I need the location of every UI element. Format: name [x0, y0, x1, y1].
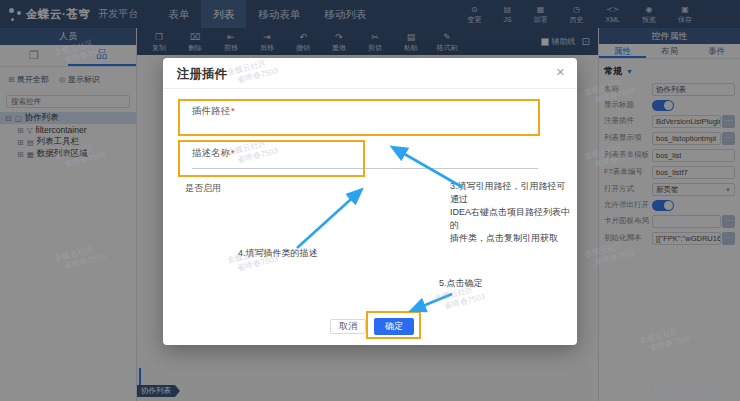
register-plugin-dialog: 注册插件 ✕ 插件路径* 描述名称* 是否启用 3.填写引用路径，引用路径可通过…	[163, 58, 577, 345]
enable-label: 是否启用	[185, 182, 221, 195]
plugin-path-input[interactable]	[192, 134, 538, 135]
required-asterisk: *	[231, 105, 235, 116]
annotation-step3: 3.填写引用路径，引用路径可通过 IDEA右键点击项目路径列表中的 插件类，点击…	[450, 180, 570, 245]
plugin-path-label: 插件路径*	[192, 105, 235, 118]
confirm-button[interactable]: 确定	[374, 318, 414, 335]
description-label: 描述名称*	[192, 147, 235, 160]
close-icon[interactable]: ✕	[556, 66, 565, 79]
required-asterisk: *	[231, 147, 235, 158]
annotation-step4: 4.填写插件类的描述	[238, 247, 318, 260]
annotation-step5: 5.点击确定	[439, 277, 483, 290]
dialog-title: 注册插件	[177, 66, 227, 83]
cancel-button[interactable]: 取消	[330, 319, 366, 334]
description-input[interactable]	[192, 168, 538, 169]
